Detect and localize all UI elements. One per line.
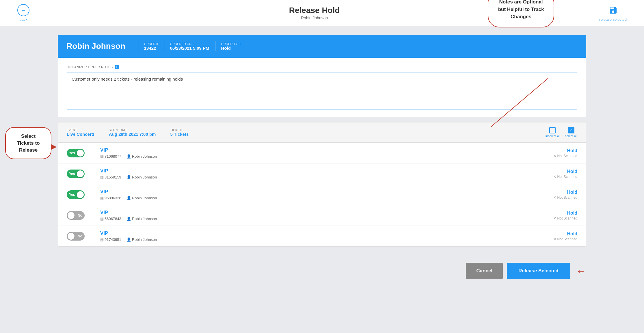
page-subtitle: Robin Johnson [289, 16, 340, 20]
ticket-barcode: ▦96896328 [100, 196, 121, 200]
ticket-type: VIP [100, 168, 537, 174]
ordered-on-value: 06/23/2021 5:09 PM [170, 46, 209, 51]
ticket-toggle-wrap[interactable]: Yes [67, 149, 90, 157]
ticket-barcode: ▦71068077 [100, 154, 121, 159]
ticket-barcode: ▦91743951 [100, 237, 121, 242]
release-selected-button[interactable]: release selected [599, 4, 627, 22]
release-selected-button-bottom[interactable]: Release Selected [507, 263, 570, 279]
ticket-meta: ▦81559159 👤Robin Johnson [100, 175, 537, 179]
order-number-block: Order # 13422 [144, 42, 158, 51]
order-type-label: Order Type [221, 42, 242, 46]
bottom-actions: Cancel Release Selected ← [0, 255, 644, 287]
ticket-row: Yes VIP ▦71068077 👤Robin Johnson Hol [58, 143, 586, 163]
order-type-value: Hold [221, 46, 242, 51]
cancel-button[interactable]: Cancel [466, 263, 503, 279]
header-divider-2 [164, 41, 164, 51]
ticket-status-block: Hold ✕ Not Scanned [543, 211, 577, 220]
select-tickets-callout: Select Tickets to Release [5, 127, 51, 159]
ticket-status-block: Hold ✕ Not Scanned [543, 190, 577, 200]
ticket-toggle[interactable]: Yes [67, 190, 85, 199]
ticket-row: Yes VIP ▦81559159 👤Robin Johnson Hol [58, 163, 586, 184]
ticket-row: Yes VIP ▦96896328 👤Robin Johnson Hol [58, 184, 586, 205]
event-name-block: EVENT Live Concert! [67, 129, 94, 137]
ticket-status-block: Hold ✕ Not Scanned [543, 148, 577, 158]
start-date-label: START DATE [109, 129, 156, 132]
ticket-type: VIP [100, 230, 537, 236]
barcode-icon: ▦ [100, 237, 104, 242]
ticket-details: VIP ▦81559159 👤Robin Johnson [100, 168, 537, 179]
ticket-attendee: 👤Robin Johnson [126, 175, 157, 179]
barcode-icon: ▦ [100, 196, 104, 200]
ticket-scan-status: ✕ Not Scanned [543, 154, 577, 158]
toggle-knob [68, 212, 75, 219]
page-title: Release Hold [289, 6, 340, 15]
person-icon: 👤 [126, 175, 131, 179]
back-label: back [19, 17, 27, 22]
unselect-all-action[interactable]: unselect all [544, 127, 560, 138]
toggle-label: Yes [69, 193, 75, 197]
ticket-toggle[interactable]: No [67, 232, 85, 241]
ticket-toggle-wrap[interactable]: Yes [67, 170, 90, 178]
ticket-scan-status: ✕ Not Scanned [543, 216, 577, 220]
ticket-row: No VIP ▦91743951 👤Robin Johnson Hold [58, 226, 586, 246]
customer-name: Robin Johnson [66, 42, 125, 51]
ticket-attendee: 👤Robin Johnson [126, 237, 157, 242]
scan-icon: ✕ [553, 154, 557, 158]
arrow-right-indicator: ← [576, 265, 586, 277]
event-table: EVENT Live Concert! START DATE Aug 28th … [58, 122, 586, 247]
ticket-barcode: ▦81559159 [100, 175, 121, 179]
select-all-action[interactable]: ✓ select all [565, 127, 577, 138]
select-all-checkbox: ✓ [568, 127, 574, 133]
back-circle-icon: ← [17, 4, 29, 16]
back-button[interactable]: ← back [17, 4, 29, 22]
ticket-toggle[interactable]: Yes [67, 149, 85, 157]
start-date-block: START DATE Aug 28th 2021 7:00 pm [109, 129, 156, 137]
person-icon: 👤 [126, 237, 131, 242]
scan-icon: ✕ [553, 175, 557, 179]
tickets-count-block: TICKETS 5 Tickets [170, 129, 189, 137]
barcode-icon: ▦ [100, 217, 104, 221]
tickets-count: 5 Tickets [170, 132, 189, 137]
ticket-details: VIP ▦91743951 👤Robin Johnson [100, 230, 537, 242]
notes-textarea[interactable] [67, 72, 577, 110]
toggle-label: No [78, 234, 82, 238]
main-content: Robin Johnson Order # 13422 Ordered On 0… [0, 26, 644, 255]
ticket-status: Hold [543, 190, 577, 195]
ticket-toggle-wrap[interactable]: No [67, 232, 90, 241]
notes-tooltip: Notes are Optional but Helpful to Track … [488, 0, 554, 27]
ticket-toggle[interactable]: Yes [67, 170, 85, 178]
scan-icon: ✕ [553, 237, 557, 241]
person-icon: 👤 [126, 196, 131, 200]
barcode-icon: ▦ [100, 175, 104, 179]
ticket-type: VIP [100, 147, 537, 153]
ticket-toggle-wrap[interactable]: Yes [67, 190, 90, 199]
scan-icon: ✕ [553, 196, 557, 200]
ticket-barcode: ▦66067843 [100, 217, 121, 221]
toggle-slider: Yes [67, 149, 85, 157]
ticket-toggle[interactable]: No [67, 211, 85, 220]
toggle-label: Yes [69, 151, 75, 155]
order-number-label: Order # [144, 42, 158, 46]
save-icon [607, 4, 619, 16]
scan-icon: ✕ [553, 216, 557, 220]
tickets-label: TICKETS [170, 129, 189, 132]
page-title-block: Release Hold Robin Johnson [289, 6, 340, 20]
event-name: Live Concert! [67, 132, 94, 137]
notes-with-tooltip: Notes are Optional but Helpful to Track … [67, 72, 577, 111]
person-icon: 👤 [126, 154, 131, 159]
ticket-toggle-wrap[interactable]: No [67, 211, 90, 220]
order-number-value: 13422 [144, 46, 158, 51]
toggle-label: No [78, 213, 82, 217]
ticket-details: VIP ▦71068077 👤Robin Johnson [100, 147, 537, 159]
ticket-attendee: 👤Robin Johnson [126, 154, 157, 159]
release-selected-label: release selected [599, 17, 627, 22]
ticket-rows: Yes VIP ▦71068077 👤Robin Johnson Hol [58, 143, 586, 246]
ticket-meta: ▦91743951 👤Robin Johnson [100, 237, 537, 242]
ticket-meta: ▦71068077 👤Robin Johnson [100, 154, 537, 159]
person-icon: 👤 [126, 217, 131, 221]
ordered-on-block: Ordered On 06/23/2021 5:09 PM [170, 42, 209, 51]
ordered-on-label: Ordered On [170, 42, 209, 46]
toggle-slider: Yes [67, 190, 85, 199]
ticket-row: No VIP ▦66067843 👤Robin Johnson Hold [58, 205, 586, 226]
notes-info-icon: i [115, 65, 119, 69]
